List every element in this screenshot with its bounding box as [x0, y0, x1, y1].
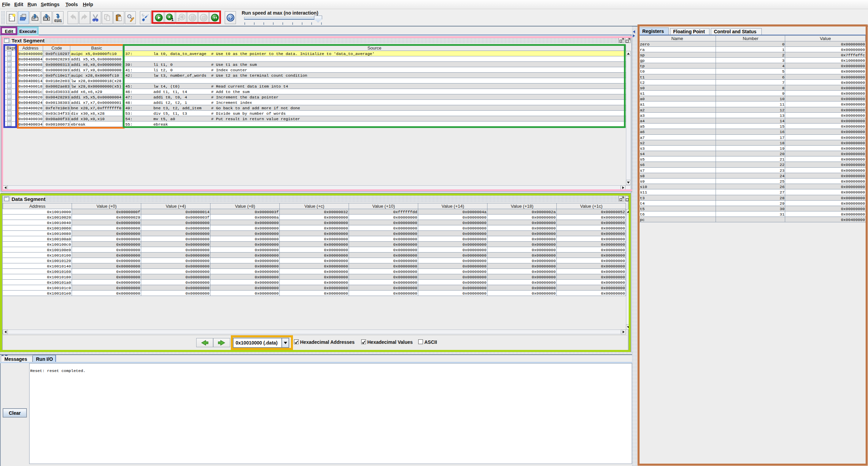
svg-text:?: ?: [229, 15, 232, 20]
